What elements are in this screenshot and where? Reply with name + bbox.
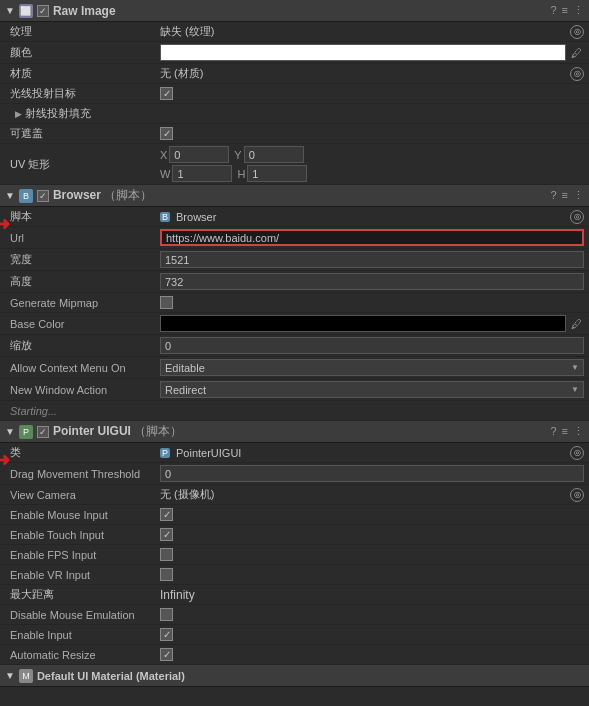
uv-h-input[interactable] [247,165,307,182]
base-color-value: 🖊 [160,315,584,332]
browser-script-row: 脚本 B Browser ◎ [0,207,589,227]
auto-resize-checkbox[interactable] [160,648,173,661]
browser-script-ref-btn[interactable]: ◎ [570,210,584,224]
pointer-script-ref-btn[interactable]: ◎ [570,446,584,460]
starting-label: Starting... [10,405,160,417]
starting-row: Starting... [0,401,589,421]
browser-dots[interactable]: ⋮ [573,189,584,202]
disable-mouse-checkbox[interactable] [160,608,173,621]
drag-movement-label: Drag Movement Threshold [10,468,160,480]
raycast-fill-arrow[interactable]: ▶ [15,109,22,119]
raw-image-toggle[interactable]: ▼ [5,5,15,16]
texture-value: 缺失 (纹理) ◎ [160,24,584,39]
enable-touch-label: Enable Touch Input [10,529,160,541]
allow-context-menu-dropdown[interactable]: Editable ▼ [160,359,584,376]
browser-toggle[interactable]: ▼ [5,190,15,201]
max-distance-text: Infinity [160,588,195,602]
generate-mipmap-checkbox[interactable] [160,296,173,309]
view-camera-row: View Camera 无 (摄像机) ◎ [0,485,589,505]
pointer-enabled-checkbox[interactable]: ✓ [37,426,49,438]
pointer-section: ➜ ▼ P ✓ Pointer UIGUI （脚本） ? ≡ ⋮ 类 P Poi… [0,421,589,665]
pointer-header: ▼ P ✓ Pointer UIGUI （脚本） ? ≡ ⋮ [0,421,589,443]
pointer-actions: ? ≡ ⋮ [550,425,584,438]
raw-image-help[interactable]: ? [550,4,556,17]
material-ref-btn[interactable]: ◎ [570,67,584,81]
pointer-script-value: P PointerUIGUI ◎ [160,446,584,460]
pointer-title: Pointer UIGUI （脚本） [53,423,551,440]
raw-image-actions: ? ≡ ⋮ [550,4,584,17]
uv-w-label: W [160,168,170,180]
new-window-action-label: New Window Action [10,384,160,396]
auto-resize-value [160,648,584,661]
browser-body: 脚本 B Browser ◎ Url 宽度 高度 [0,207,589,421]
browser-settings[interactable]: ≡ [562,189,568,202]
pointer-script-row: 类 P PointerUIGUI ◎ [0,443,589,463]
disable-mouse-value [160,608,584,621]
raw-image-dots[interactable]: ⋮ [573,4,584,17]
raw-image-enabled-checkbox[interactable]: ✓ [37,5,49,17]
enable-mouse-checkbox[interactable] [160,508,173,521]
view-camera-ref-label: 无 (摄像机) [160,487,214,502]
raycast-target-value [160,87,584,100]
uv-x-input[interactable] [169,146,229,163]
view-camera-ref-btn[interactable]: ◎ [570,488,584,502]
pointer-script-ref-label: PointerUIGUI [176,447,241,459]
material-ref: 无 (材质) ◎ [160,66,584,81]
enable-touch-value [160,528,584,541]
pointer-help[interactable]: ? [550,425,556,438]
auto-resize-row: Automatic Resize [0,645,589,665]
raycast-fill-row: ▶ 射线投射填充 [0,104,589,124]
new-window-action-selected: Redirect [165,384,206,396]
uv-y-input[interactable] [244,146,304,163]
enable-input-checkbox[interactable] [160,628,173,641]
url-label: Url [10,232,160,244]
browser-height-value [160,273,584,290]
drag-movement-value [160,465,584,482]
browser-enabled-checkbox[interactable]: ✓ [37,190,49,202]
uv-rect-value: X Y W H [160,146,584,182]
allow-context-menu-value: Editable ▼ [160,359,584,376]
max-distance-value: Infinity [160,588,584,602]
enable-vr-checkbox[interactable] [160,568,173,581]
browser-script-label: 脚本 [10,209,160,224]
base-color-input[interactable] [160,315,566,332]
enable-touch-checkbox[interactable] [160,528,173,541]
maskable-checkbox[interactable] [160,127,173,140]
color-input[interactable] [160,44,566,61]
browser-height-input[interactable] [160,273,584,290]
enable-fps-checkbox[interactable] [160,548,173,561]
browser-width-input[interactable] [160,251,584,268]
base-color-picker-icon[interactable]: 🖊 [568,316,584,332]
pointer-script-label: 类 [10,445,160,460]
disable-mouse-label: Disable Mouse Emulation [10,609,160,621]
url-input[interactable] [160,229,584,246]
max-distance-row: 最大距离 Infinity [0,585,589,605]
browser-help[interactable]: ? [550,189,556,202]
uv-w-input[interactable] [172,165,232,182]
browser-icon: B [19,189,33,203]
pointer-settings[interactable]: ≡ [562,425,568,438]
new-window-action-dropdown[interactable]: Redirect ▼ [160,381,584,398]
uv-x-label: X [160,149,167,161]
allow-context-menu-selected: Editable [165,362,205,374]
raycast-target-checkbox[interactable] [160,87,173,100]
texture-ref-btn[interactable]: ◎ [570,25,584,39]
browser-script-icon: B [160,212,170,222]
footer-toggle[interactable]: ▼ [5,670,15,681]
pointer-dots[interactable]: ⋮ [573,425,584,438]
browser-script-ref: B Browser ◎ [160,210,584,224]
enable-mouse-value [160,508,584,521]
raw-image-settings[interactable]: ≡ [562,4,568,17]
drag-movement-input[interactable] [160,465,584,482]
enable-fps-label: Enable FPS Input [10,549,160,561]
disable-mouse-row: Disable Mouse Emulation [0,605,589,625]
raycast-target-row: 光线投射目标 [0,84,589,104]
uv-w-field: W [160,165,232,182]
raw-image-header: ▼ ⬜ ✓ Raw Image ? ≡ ⋮ [0,0,589,22]
zoom-input[interactable] [160,337,584,354]
enable-input-row: Enable Input [0,625,589,645]
color-picker-icon[interactable]: 🖊 [568,45,584,61]
pointer-toggle[interactable]: ▼ [5,426,15,437]
enable-input-value [160,628,584,641]
enable-vr-value [160,568,584,581]
